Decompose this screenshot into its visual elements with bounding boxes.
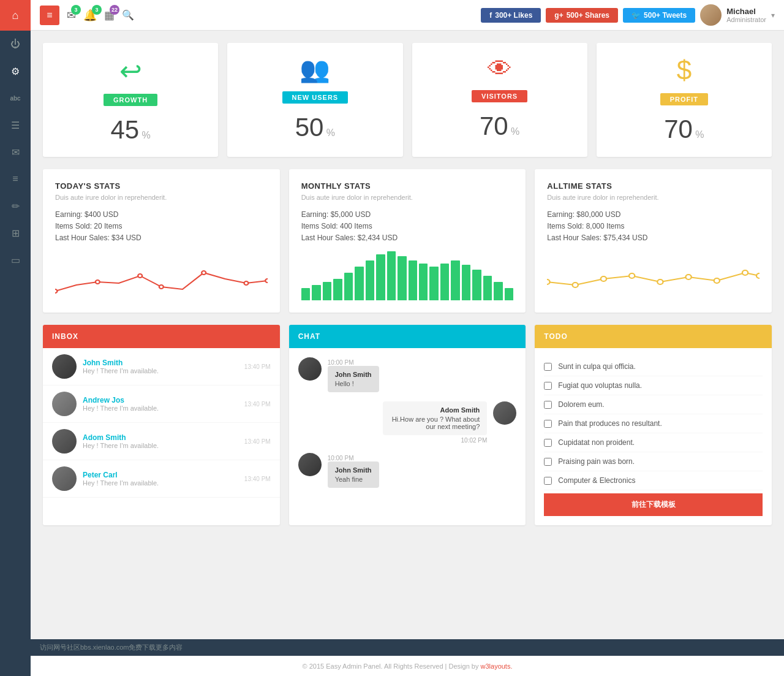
todo-checkbox-5[interactable] [544,439,552,447]
inbox-name-4: Peter Carl [83,471,238,479]
inbox-msg-2: Hey ! There I'm available. [83,404,238,412]
sidebar-item-grid[interactable]: ⊞ [0,219,31,246]
svg-point-12 [686,275,692,279]
todo-text-6: Praising pain was born. [558,457,635,466]
svg-point-14 [742,270,748,275]
inbox-panel: INBOX John Smith Hey ! There I'm availab… [43,325,280,525]
twitter-button[interactable]: 🐦 500+ Tweets [623,8,695,23]
inbox-name-1: John Smith [83,359,238,367]
stat-card-profit: $ PROFIT 70 % [597,43,772,157]
todo-item-5: Cupidatat non proident. [544,433,763,452]
inbox-title: INBOX [52,332,78,341]
todays-earning: Earning: $400 USD [55,210,268,219]
inbox-item-2[interactable]: Andrew Jos Hey ! There I'm available. 13… [43,385,280,423]
bar-16 [462,265,470,300]
mail-nav-icon[interactable]: ✉ 3 [67,9,76,22]
facebook-button[interactable]: f f 300+ Likes 300+ Likes [481,8,541,23]
todo-text-1: Sunt in culpa qui officia. [558,362,636,371]
bar-17 [472,270,481,300]
todo-text-2: Fugiat quo voluptas nulla. [558,381,642,390]
chat-bubble-1: 10:00 PM John Smith Hello ! [328,357,379,392]
todo-item-7: Computer & Electronics [544,471,763,490]
sidebar-item-layout[interactable]: ▭ [0,246,31,273]
dollar-icon: $ [609,55,760,86]
googleplus-button[interactable]: g+ 500+ Shares [546,8,618,23]
sidebar-item-mail[interactable]: ✉ [0,139,31,165]
facebook-icon: f [489,11,492,20]
user-profile[interactable]: Michael Administrator ▾ [700,4,775,26]
chat-bubble-2: Adom Smith Hi.How are you ? What about o… [383,401,487,444]
todo-checkbox-1[interactable] [544,363,552,371]
todo-checkbox-6[interactable] [544,458,552,466]
bar-3 [323,282,331,300]
download-button[interactable]: 前往下载模板 [544,493,763,516]
bell-nav-icon[interactable]: 🔔 3 [83,9,97,22]
bar-2 [312,285,320,300]
sidebar-item-power[interactable]: ⏻ [0,31,31,58]
chat-message-3: 10:00 PM John Smith Yeah fine [298,453,517,488]
todays-stats-subtitle: Duis aute irure dolor in reprehenderit. [55,194,268,201]
visitors-label: VISITORS [472,90,527,102]
text-icon: abc [10,95,20,102]
sidebar-item-edit[interactable]: ✏ [0,192,31,219]
chat-avatar-john-2 [298,453,322,476]
monthly-stats-subtitle: Duis aute irure dolor in reprehenderit. [301,194,514,201]
todo-checkbox-7[interactable] [544,477,552,485]
avatar-andrew-jos [52,392,77,416]
todays-stats-panel: TODAY'S STATS Duis aute irure dolor in r… [43,169,280,313]
user-name: Michael [726,7,766,16]
tasks-nav-icon[interactable]: ▦ 22 [104,9,115,22]
sidebar-item-menu[interactable]: ☰ [0,112,31,139]
alltime-stats-subtitle: Duis aute irure dolor in reprehenderit. [547,194,760,201]
tasks-badge: 22 [110,5,119,15]
search-nav-icon[interactable]: 🔍 [122,9,134,21]
chat-time-2: 10:02 PM [383,437,487,444]
hamburger-button[interactable]: ≡ [40,6,59,25]
bar-13 [429,267,438,300]
bottom-panels-row: INBOX John Smith Hey ! There I'm availab… [43,325,772,525]
bar-18 [483,276,492,300]
sidebar-logo[interactable]: ⌂ [0,0,31,31]
sidebar-item-abc[interactable]: abc [0,85,31,112]
bar-5 [344,273,353,300]
todo-item-3: Dolorem eum. [544,395,763,414]
chat-bubble-left-3: John Smith Yeah fine [328,461,379,488]
chat-message-1: 10:00 PM John Smith Hello ! [298,357,517,392]
bar-4 [333,279,342,300]
todo-checkbox-2[interactable] [544,382,552,390]
chat-bubble-left-1: John Smith Hello ! [328,366,379,392]
chat-sender-1: John Smith [335,371,372,378]
todo-text-3: Dolorem eum. [558,400,604,409]
chat-title: CHAT [298,332,320,341]
bell-badge: 3 [92,5,102,15]
stat-cards-grid: ↩ GROWTH 45 % 👥 NEW USERS 50 % 👁 VISITOR… [43,43,772,157]
chat-text-2: Hi.How are you ? What about our next mee… [390,416,480,430]
todays-stats-title: TODAY'S STATS [55,181,268,191]
inbox-item-4[interactable]: Peter Carl Hey ! There I'm available. 13… [43,460,280,498]
growth-label: GROWTH [104,94,157,106]
todays-last-hour: Last Hour Sales: $34 USD [55,234,268,242]
chat-panel: CHAT 10:00 PM John Smith Hello ! [289,325,526,525]
todays-items-sold: Items Sold: 20 Items [55,222,268,230]
todo-checkbox-4[interactable] [544,420,552,428]
sidebar: ⌂ ⏻ ⚙ abc ☰ ✉ ≡ ✏ ⊞ ▭ [0,0,31,676]
chat-text-3: Yeah fine [335,476,372,483]
todo-title: TODO [544,332,567,341]
inbox-item-3[interactable]: Adom Smith Hey ! There I'm available. 13… [43,423,280,460]
inbox-item-1[interactable]: John Smith Hey ! There I'm available. 13… [43,348,280,385]
todo-item-6: Praising pain was born. [544,452,763,471]
footer-link[interactable]: w3layouts. [481,663,513,670]
main-content: ≡ ✉ 3 🔔 3 ▦ 22 🔍 f f 300+ Likes 300+ [31,0,784,676]
todo-panel: TODO Sunt in culpa qui officia. Fugiat q… [535,325,772,525]
chat-avatar-adom [493,401,516,425]
mail-badge: 3 [71,5,81,15]
todo-checkbox-3[interactable] [544,401,552,409]
sidebar-item-list[interactable]: ≡ [0,165,31,192]
bar-6 [355,267,363,300]
svg-point-3 [159,285,164,289]
sidebar-item-settings[interactable]: ⚙ [0,58,31,85]
stat-card-visitors: 👁 VISITORS 70 % [412,43,587,157]
avatar-john-smith [52,354,77,379]
chat-body: 10:00 PM John Smith Hello ! Adom S [289,348,526,506]
alltime-items-sold: Items Sold: 8,000 Items [547,222,760,230]
